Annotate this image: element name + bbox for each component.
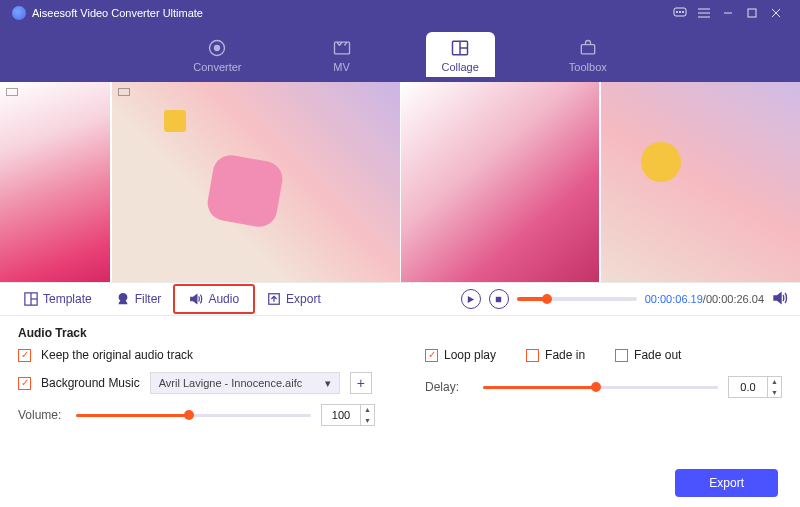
seek-slider[interactable] [517, 297, 637, 301]
footer: Export [0, 459, 800, 507]
svg-point-12 [215, 45, 220, 50]
delay-label: Delay: [425, 380, 473, 394]
delay-value: 0.0 [729, 381, 767, 393]
collage-cell-2[interactable] [112, 82, 400, 282]
fade-out-label: Fade out [634, 348, 681, 362]
app-logo-icon [12, 6, 26, 20]
tab-filter[interactable]: Filter [104, 283, 174, 315]
loop-play-checkbox[interactable] [425, 349, 438, 362]
timecode: 00:00:06.19/00:00:26.04 [645, 293, 764, 305]
bg-music-label: Background Music [41, 376, 140, 390]
bg-music-select[interactable]: Avril Lavigne - Innocence.aifc ▾ [150, 372, 340, 394]
tab-audio-label: Audio [208, 292, 239, 306]
volume-value: 100 [322, 409, 360, 421]
export-button[interactable]: Export [675, 469, 778, 497]
delay-down[interactable]: ▼ [768, 387, 781, 398]
svg-rect-8 [748, 9, 756, 17]
sub-tabs: Template Filter Audio Export 00:00:06.19… [0, 282, 800, 316]
svg-rect-22 [496, 296, 501, 301]
minimize-button[interactable] [716, 8, 740, 18]
bg-music-checkbox[interactable] [18, 377, 31, 390]
chevron-down-icon: ▾ [325, 377, 331, 390]
tab-export[interactable]: Export [255, 283, 333, 315]
title-bar: Aiseesoft Video Converter Ultimate [0, 0, 800, 26]
loop-play-label: Loop play [444, 348, 496, 362]
nav-toolbox[interactable]: Toolbox [553, 32, 623, 77]
fade-in-label: Fade in [545, 348, 585, 362]
svg-rect-13 [334, 42, 349, 54]
delay-up[interactable]: ▲ [768, 376, 781, 387]
panel-heading: Audio Track [18, 326, 782, 340]
audio-panel: Audio Track Keep the original audio trac… [0, 316, 800, 459]
delay-slider[interactable] [483, 386, 718, 389]
svg-rect-17 [581, 44, 594, 53]
nav-mv[interactable]: MV [316, 32, 368, 77]
keep-original-checkbox[interactable] [18, 349, 31, 362]
fade-out-checkbox[interactable] [615, 349, 628, 362]
play-button[interactable] [461, 289, 481, 309]
svg-point-2 [679, 11, 680, 12]
tab-export-label: Export [286, 292, 321, 306]
volume-input[interactable]: 100 ▲▼ [321, 404, 375, 426]
volume-icon[interactable] [772, 290, 788, 309]
delay-input[interactable]: 0.0 ▲▼ [728, 376, 782, 398]
tab-template-label: Template [43, 292, 92, 306]
app-title: Aiseesoft Video Converter Ultimate [32, 7, 203, 19]
collage-preview [401, 82, 801, 282]
preview-area [0, 82, 800, 282]
svg-point-3 [682, 11, 683, 12]
bg-music-value: Avril Lavigne - Innocence.aifc [159, 377, 303, 389]
add-music-button[interactable]: + [350, 372, 372, 394]
nav-toolbox-label: Toolbox [569, 61, 607, 73]
svg-point-1 [676, 11, 677, 12]
nav-mv-label: MV [333, 61, 350, 73]
preview-cell-2 [601, 82, 800, 282]
fade-in-checkbox[interactable] [526, 349, 539, 362]
playback-controls: 00:00:06.19/00:00:26.04 [461, 289, 788, 309]
close-button[interactable] [764, 8, 788, 18]
stop-button[interactable] [489, 289, 509, 309]
preview-cell-1 [401, 82, 600, 282]
tab-filter-label: Filter [135, 292, 162, 306]
tab-audio[interactable]: Audio [173, 284, 255, 314]
collage-editor[interactable] [0, 82, 401, 282]
keep-original-label: Keep the original audio track [41, 348, 193, 362]
volume-down[interactable]: ▼ [361, 415, 374, 426]
feedback-icon[interactable] [668, 7, 692, 19]
menu-icon[interactable] [692, 8, 716, 18]
maximize-button[interactable] [740, 8, 764, 18]
nav-converter[interactable]: Converter [177, 32, 257, 77]
nav-converter-label: Converter [193, 61, 241, 73]
tab-template[interactable]: Template [12, 283, 104, 315]
main-nav: Converter MV Collage Toolbox [0, 26, 800, 82]
volume-slider[interactable] [76, 414, 311, 417]
nav-collage-label: Collage [442, 61, 479, 73]
volume-label: Volume: [18, 408, 66, 422]
collage-cell-1[interactable] [0, 82, 110, 282]
volume-up[interactable]: ▲ [361, 404, 374, 415]
nav-collage[interactable]: Collage [426, 32, 495, 77]
